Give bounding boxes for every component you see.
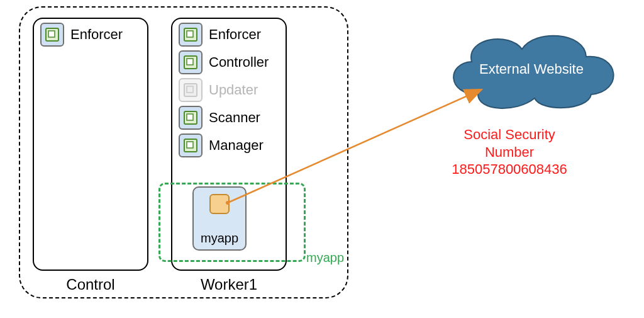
myapp-container: myapp <box>192 186 247 251</box>
component-updater: Updater <box>179 78 279 102</box>
component-label: Updater <box>209 82 258 98</box>
external-website-cloud: External Website <box>440 25 623 113</box>
svg-rect-1 <box>48 31 55 37</box>
component-manager: Manager <box>179 133 279 157</box>
component-label: Controller <box>209 54 269 71</box>
svg-rect-5 <box>187 59 193 65</box>
container-icon <box>40 23 64 47</box>
component-label: Enforcer <box>209 26 261 43</box>
svg-rect-7 <box>187 86 193 93</box>
component-enforcer: Enforcer <box>179 23 279 47</box>
container-icon <box>179 106 203 130</box>
component-scanner: Scanner <box>179 106 279 130</box>
myapp-label: myapp <box>194 231 245 246</box>
container-icon <box>179 50 203 74</box>
dlp-annotation: Social Security Number 185057800608436 <box>428 126 591 178</box>
container-icon <box>179 133 203 157</box>
annotation-line3: 185057800608436 <box>428 161 591 178</box>
app-icon <box>209 194 230 214</box>
container-icon <box>179 23 203 47</box>
node-label-control: Control <box>34 276 147 293</box>
myapp-group-label: myapp <box>306 251 344 265</box>
svg-rect-11 <box>187 142 193 148</box>
component-label: Scanner <box>209 110 260 126</box>
annotation-line2: Number <box>428 144 591 161</box>
cloud-label: External Website <box>440 25 623 113</box>
svg-rect-9 <box>187 114 193 120</box>
component-label: Manager <box>209 137 264 154</box>
component-label: Enforcer <box>70 26 123 43</box>
annotation-line1: Social Security <box>428 126 591 144</box>
svg-rect-3 <box>187 31 193 37</box>
container-icon <box>179 78 203 102</box>
component-enforcer: Enforcer <box>40 23 141 47</box>
component-controller: Controller <box>179 50 279 74</box>
node-control: Enforcer Control <box>33 18 148 271</box>
node-label-worker1: Worker1 <box>172 276 286 293</box>
diagram-canvas: { "cluster": { "label": "" }, "nodes": {… <box>0 0 644 318</box>
